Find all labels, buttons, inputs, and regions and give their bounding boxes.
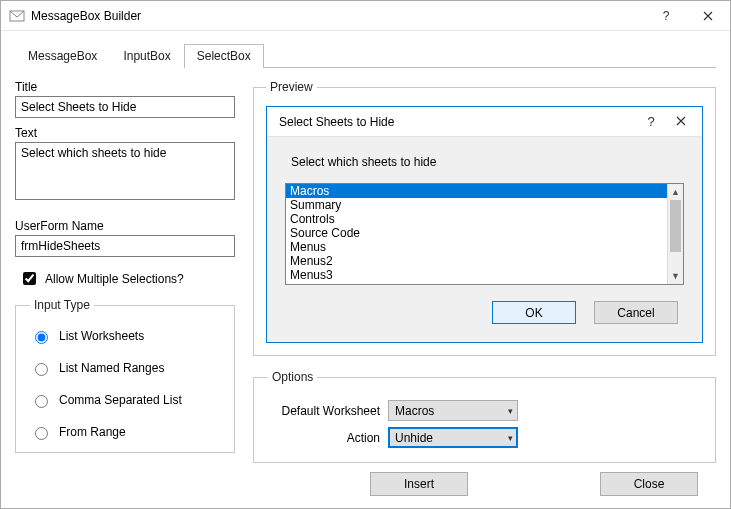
- list-item[interactable]: Menus2: [286, 254, 667, 268]
- scroll-up-icon[interactable]: ▲: [668, 184, 683, 200]
- allow-multi-label: Allow Multiple Selections?: [45, 272, 184, 286]
- preview-button-row: OK Cancel: [285, 285, 684, 328]
- client-area: MessageBox InputBox SelectBox Title Text…: [1, 31, 730, 509]
- chevron-down-icon: ▾: [508, 433, 513, 443]
- options-group: Options Default Worksheet Macros ▾ Actio…: [253, 370, 716, 463]
- radio-comma-separated[interactable]: Comma Separated List: [30, 392, 224, 408]
- preview-help-button[interactable]: ?: [636, 114, 666, 129]
- default-worksheet-combo[interactable]: Macros ▾: [388, 400, 518, 421]
- preview-cancel-button[interactable]: Cancel: [594, 301, 678, 324]
- allow-multi-checkbox[interactable]: [23, 272, 36, 285]
- userform-input[interactable]: [15, 235, 235, 257]
- preview-dialog: Select Sheets to Hide ? Select which she…: [266, 106, 703, 343]
- tab-messagebox[interactable]: MessageBox: [15, 44, 110, 68]
- preview-text: Select which sheets to hide: [291, 155, 684, 169]
- preview-titlebar: Select Sheets to Hide ?: [267, 107, 702, 137]
- radio-list-worksheets[interactable]: List Worksheets: [30, 328, 224, 344]
- title-label: Title: [15, 80, 235, 94]
- radio-from-range[interactable]: From Range: [30, 424, 224, 440]
- insert-button[interactable]: Insert: [370, 472, 468, 496]
- left-panel: Title Text Select which sheets to hide U…: [15, 80, 235, 463]
- list-item[interactable]: Macros: [286, 184, 667, 198]
- list-item[interactable]: Source Code: [286, 226, 667, 240]
- list-item[interactable]: Summary: [286, 198, 667, 212]
- close-window-button[interactable]: [685, 1, 730, 31]
- radio-list-named-ranges[interactable]: List Named Ranges: [30, 360, 224, 376]
- listbox-scrollbar[interactable]: ▲ ▼: [667, 184, 683, 284]
- list-item[interactable]: Menus3: [286, 268, 667, 282]
- help-button[interactable]: ?: [647, 1, 685, 31]
- input-type-group: Input Type List Worksheets List Named Ra…: [15, 298, 235, 453]
- list-item[interactable]: Menus: [286, 240, 667, 254]
- preview-group: Preview Select Sheets to Hide ? Select w…: [253, 80, 716, 356]
- text-input[interactable]: Select which sheets to hide: [15, 142, 235, 200]
- right-panel: Preview Select Sheets to Hide ? Select w…: [253, 80, 716, 463]
- tab-strip: MessageBox InputBox SelectBox: [15, 43, 716, 68]
- titlebar: MessageBox Builder ?: [1, 1, 730, 31]
- allow-multi-row[interactable]: Allow Multiple Selections?: [19, 269, 235, 288]
- preview-close-button[interactable]: [666, 114, 696, 129]
- action-label: Action: [268, 431, 388, 445]
- options-legend: Options: [268, 370, 317, 384]
- close-button[interactable]: Close: [600, 472, 698, 496]
- preview-legend: Preview: [266, 80, 317, 94]
- scroll-thumb[interactable]: [670, 200, 681, 252]
- default-worksheet-label: Default Worksheet: [268, 404, 388, 418]
- app-icon: [9, 8, 25, 24]
- text-label: Text: [15, 126, 235, 140]
- tab-inputbox[interactable]: InputBox: [110, 44, 183, 68]
- main-body: Title Text Select which sheets to hide U…: [15, 68, 716, 463]
- tab-selectbox[interactable]: SelectBox: [184, 44, 264, 68]
- title-input[interactable]: [15, 96, 235, 118]
- window-title: MessageBox Builder: [31, 9, 647, 23]
- list-item[interactable]: Controls: [286, 212, 667, 226]
- preview-listbox[interactable]: Macros Summary Controls Source Code Menu…: [285, 183, 684, 285]
- preview-ok-button[interactable]: OK: [492, 301, 576, 324]
- input-type-legend: Input Type: [30, 298, 94, 312]
- userform-label: UserForm Name: [15, 219, 235, 233]
- preview-body: Select which sheets to hide Macros Summa…: [267, 137, 702, 342]
- chevron-down-icon: ▾: [508, 406, 513, 416]
- scroll-down-icon[interactable]: ▼: [668, 268, 683, 284]
- app-window: MessageBox Builder ? MessageBox InputBox…: [0, 0, 731, 509]
- preview-title: Select Sheets to Hide: [279, 115, 636, 129]
- action-combo[interactable]: Unhide ▾: [388, 427, 518, 448]
- footer: Insert Close: [15, 463, 716, 505]
